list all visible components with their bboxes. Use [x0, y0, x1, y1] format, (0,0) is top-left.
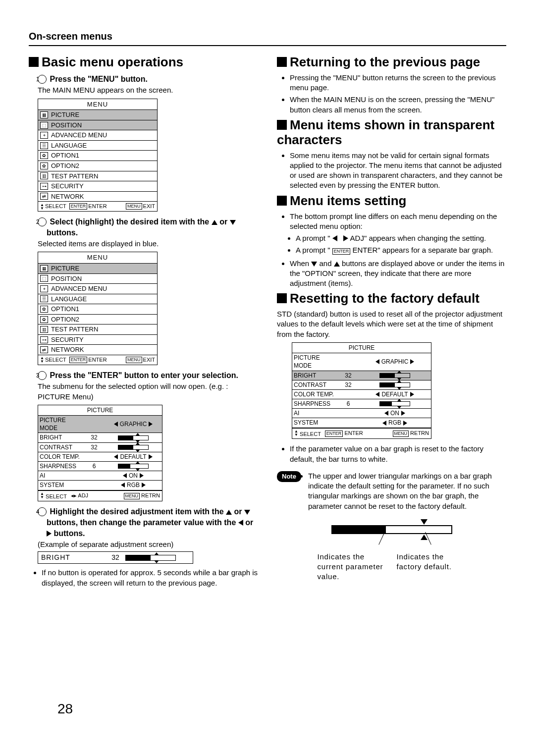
enter-key-icon: ENTER [69, 203, 88, 210]
factory-reset-b1: If the parameter value on a bar graph is… [290, 444, 506, 464]
step-4-number: 4 [38, 507, 47, 516]
menu-item-advanced: ⌖ADVANCED MENU [38, 130, 157, 141]
menu-item-security-b: ⊶SECURITY [38, 335, 157, 345]
bar-diagram-bar [331, 525, 452, 534]
menu-key-icon: MENU [126, 357, 142, 363]
menu-item-language: ☰LANGUAGE [38, 141, 157, 151]
menu-item-test: ▥TEST PATTERN [38, 171, 157, 182]
menu-item-option2-b: ✿OPTION2 [38, 315, 157, 325]
position-icon: ⬚ [40, 275, 48, 282]
menu-item-option1: ✿OPTION1 [38, 151, 157, 161]
option2-icon: ✿ [40, 316, 48, 323]
step-1-desc: The MAIN MENU appears on the screen. [38, 85, 258, 95]
step-1-title: 1 Press the "MENU" button. [38, 74, 258, 85]
heading-items-setting: Menu items setting [277, 194, 506, 209]
main-menu-box-a: MENU ▦PICTURE ⬚POSITION ⌖ADVANCED MENU ☰… [38, 99, 158, 212]
step-2-text-a: Select (highlight) the desired item with… [50, 217, 211, 226]
step-4-text-a: Highlight the desired adjustment item wi… [50, 507, 226, 516]
updown-icon: ▲▼ [40, 203, 44, 210]
up-arrow-icon [334, 262, 340, 267]
items-setting-bullets: The bottom prompt line differs on each m… [290, 212, 506, 289]
picture-icon: ▦ [40, 111, 48, 118]
transparent-bullets: Some menu items may not be valid for cer… [290, 151, 506, 191]
up-arrow-icon [212, 220, 217, 225]
step-2-title: 2 Select (highlight) the desired item wi… [38, 216, 258, 238]
enter-key-icon: ENTER [69, 357, 88, 363]
left-column: Basic menu operations 1 Press the "MENU"… [29, 52, 258, 591]
updown-icon: ▲▼ [40, 356, 44, 363]
security-icon: ⊶ [40, 336, 48, 343]
note-block: Note The upper and lower triangular mark… [277, 471, 506, 516]
note-label: Note [277, 471, 301, 482]
step-4-bullet: If no button is operated for approx. 5 s… [42, 568, 258, 588]
return-prev-b1: Pressing the "MENU" button returns the s… [290, 73, 506, 93]
items-setting-b1: The bottom prompt line differs on each m… [290, 212, 506, 256]
menu-title: MENU [38, 99, 157, 110]
step-3-text: Press the "ENTER" button to enter your s… [50, 371, 238, 379]
heading-basic-menu-ops: Basic menu operations [29, 55, 258, 70]
transparent-b1: Some menu items may not be valid for cer… [290, 151, 506, 191]
heading-factory-reset: Resetting to the factory default [277, 291, 506, 306]
test-icon: ▥ [40, 326, 48, 333]
menu-item-security: ⊶SECURITY [38, 181, 157, 192]
menu-item-network-b: ⇄NETWORK [38, 345, 157, 355]
step-4-title: 4 Highlight the desired adjustment item … [38, 506, 258, 539]
step-4-text-b: or [234, 507, 244, 516]
up-arrow-icon [226, 510, 232, 515]
option1-icon: ✿ [40, 306, 48, 313]
step-3-title: 3 Press the "ENTER" button to enter your… [38, 370, 258, 381]
bright-bar-row: BRIGHT 32 [38, 551, 193, 564]
menu-footer: ▲▼SELECT ENTERENTER MENUEXIT [38, 202, 157, 211]
main-menu-box-b: MENU ▦PICTURE ⬚POSITION ⌖ADVANCED MENU ☰… [38, 252, 158, 365]
step-4-text-e: buttons. [54, 529, 85, 538]
menu-key-icon: MENU [126, 203, 142, 210]
step-3-desc: The submenu for the selected option will… [38, 381, 258, 402]
down-arrow-icon [311, 262, 317, 267]
picture-icon: ▦ [40, 265, 48, 272]
menu-item-position-b: ⬚POSITION [38, 274, 157, 284]
return-prev-b2: When the MAIN MENU is on the screen, pre… [290, 95, 506, 115]
step-4-text-c: buttons, then change the parameter value… [47, 518, 238, 527]
position-icon: ⬚ [40, 122, 48, 129]
bright-value: 32 [106, 553, 125, 562]
bar-diagram: Indicates the current parameter value. I… [318, 525, 466, 582]
menu-item-option2: ✿OPTION2 [38, 161, 157, 171]
step-1-number: 1 [38, 75, 47, 84]
menu-item-picture-b: ▦PICTURE [38, 264, 157, 274]
default-marker-top-icon [421, 519, 428, 525]
menu-item-language-b: ☰LANGUAGE [38, 294, 157, 305]
heading-transparent: Menu items shown in transparent characte… [277, 118, 506, 148]
menu-title-b: MENU [38, 252, 157, 264]
menu-item-advanced-b: ⌖ADVANCED MENU [38, 284, 157, 294]
note-text: The upper and lower triangular markings … [308, 471, 506, 511]
section-header: On-screen menus [29, 30, 506, 46]
bright-bar [125, 555, 176, 561]
option2-icon: ✿ [40, 162, 48, 169]
diagram-caption-default: Indicates the factory default. [397, 552, 466, 582]
test-icon: ▥ [40, 172, 48, 179]
right-column: Returning to the previous page Pressing … [277, 52, 506, 591]
network-icon: ⇄ [40, 193, 48, 200]
left-arrow-icon [238, 520, 243, 526]
picture-submenu-box-right: PICTUREPICTURE MODEGRAPHICBRIGHT32CONTRA… [292, 342, 431, 439]
picture-submenu-box: PICTUREPICTURE MODEGRAPHICBRIGHT32CONTRA… [38, 405, 162, 502]
menu-item-test-b: ▥TEST PATTERN [38, 324, 157, 335]
step-3-number: 3 [38, 371, 47, 380]
step-4-notes: If no button is operated for approx. 5 s… [42, 568, 258, 588]
step-4-desc: (Example of separate adjustment screen) [38, 540, 258, 549]
menu-footer-b: ▲▼SELECT ENTERENTER MENUEXIT [38, 355, 157, 365]
language-icon: ☰ [40, 295, 48, 302]
items-setting-b2: When and buttons are displayed above or … [290, 259, 506, 289]
step-2-text-b: or [219, 217, 229, 226]
page-number: 28 [57, 700, 73, 718]
step-4-text-d: or [245, 518, 253, 527]
factory-reset-text: STD (standard) button is used to reset a… [277, 309, 506, 339]
step-2-number: 2 [38, 217, 47, 226]
factory-reset-bullets: If the parameter value on a bar graph is… [290, 444, 506, 464]
network-icon: ⇄ [40, 346, 48, 353]
right-arrow-icon [47, 531, 52, 537]
items-setting-b1a: A prompt " ADJ" appears when changing th… [296, 233, 506, 243]
menu-item-picture: ▦PICTURE [38, 110, 157, 120]
menu-item-option1-b: ✿OPTION1 [38, 304, 157, 315]
security-icon: ⊶ [40, 183, 48, 190]
